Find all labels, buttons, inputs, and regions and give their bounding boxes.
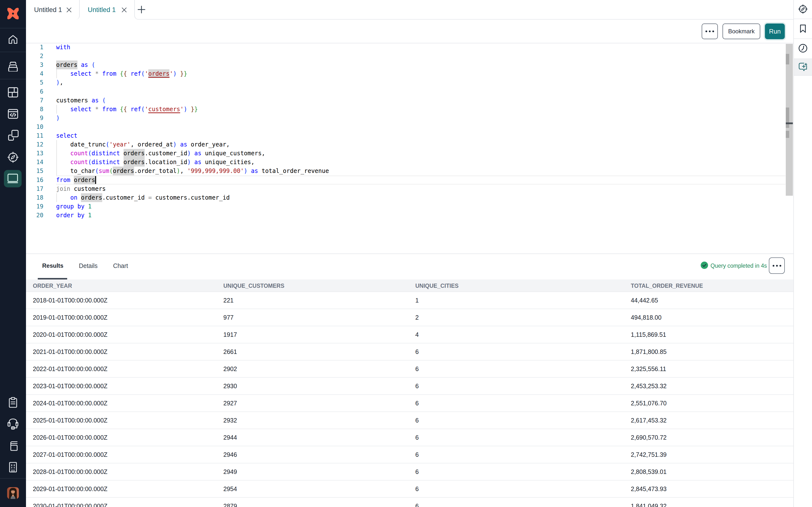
table-cell: 6 bbox=[415, 481, 419, 497]
code-line-19[interactable]: 19group by 1 bbox=[26, 202, 793, 211]
code-line-18[interactable]: 18 on orders.customer_id = customers.cus… bbox=[26, 193, 793, 202]
code-line-4[interactable]: 4 select * from {{ ref('orders') }} bbox=[26, 69, 793, 78]
results-more-options-button[interactable] bbox=[769, 258, 785, 274]
table-cell: 2019-01-01T00:00:00.000Z bbox=[33, 309, 107, 326]
sidebar-item-home[interactable] bbox=[0, 34, 26, 46]
tab-close-icon[interactable] bbox=[121, 7, 127, 13]
clipboard-icon bbox=[8, 397, 18, 408]
table-cell: 1917 bbox=[223, 326, 237, 343]
code-text: date_trunc('year', ordered_at) as order_… bbox=[56, 140, 230, 149]
line-number: 19 bbox=[26, 202, 43, 211]
line-number: 11 bbox=[26, 131, 43, 140]
right-sidebar-item-history[interactable] bbox=[794, 43, 812, 55]
sql-code-editor[interactable]: 1with23orders as (4 select * from {{ ref… bbox=[26, 43, 793, 253]
table-cell: 2902 bbox=[223, 360, 237, 377]
code-line-5[interactable]: 5), bbox=[26, 78, 793, 87]
table-row: 2027-01-01T00:00:00.000Z294662,742,751.3… bbox=[26, 446, 793, 463]
table-cell: 2661 bbox=[223, 343, 237, 360]
sidebar-item-organization[interactable] bbox=[0, 461, 26, 473]
editor-tabbar: Untitled 1 Untitled 1 bbox=[26, 0, 793, 19]
code-text: join customers bbox=[56, 184, 106, 193]
table-cell: 2,617,453.32 bbox=[631, 412, 667, 429]
sidebar-item-docs[interactable] bbox=[0, 440, 26, 451]
laptop-icon bbox=[7, 173, 18, 185]
query-status-text: Query completed in 4s bbox=[711, 263, 767, 269]
code-line-7[interactable]: 7customers as ( bbox=[26, 96, 793, 105]
code-line-9[interactable]: 9) bbox=[26, 114, 793, 122]
code-line-3[interactable]: 3orders as ( bbox=[26, 60, 793, 69]
indent-guide bbox=[56, 193, 57, 202]
tabbar-spacer bbox=[134, 0, 793, 19]
code-text: on orders.customer_id = customers.custom… bbox=[56, 193, 230, 202]
line-number: 9 bbox=[26, 114, 43, 122]
table-cell: 2,690,570.72 bbox=[631, 429, 667, 446]
user-avatar[interactable] bbox=[7, 487, 19, 499]
left-sidebar bbox=[0, 0, 26, 507]
table-cell: 2024-01-01T00:00:00.000Z bbox=[33, 395, 107, 411]
sidebar-item-tasks[interactable] bbox=[0, 397, 26, 408]
right-sidebar-item-bookmarks[interactable] bbox=[794, 23, 812, 35]
line-number: 3 bbox=[26, 60, 43, 69]
right-sidebar-item-copilot[interactable] bbox=[794, 61, 812, 73]
column-header-total_order_revenue: TOTAL_ORDER_REVENUE bbox=[631, 282, 703, 290]
run-button[interactable]: Run bbox=[765, 23, 785, 39]
sidebar-divider bbox=[0, 28, 26, 29]
table-cell: 2,808,539.01 bbox=[631, 463, 667, 480]
tab-untitled-1[interactable]: Untitled 1 bbox=[26, 0, 80, 19]
table-row: 2025-01-01T00:00:00.000Z293262,617,453.3… bbox=[26, 412, 793, 429]
code-line-16[interactable]: 16from orders bbox=[26, 176, 793, 184]
sidebar-item-explore[interactable] bbox=[0, 151, 26, 163]
tab-untitled-2-active[interactable]: Untitled 1 bbox=[80, 0, 134, 19]
code-line-14[interactable]: 14 count(distinct orders.location_id) as… bbox=[26, 158, 793, 167]
tab-close-icon[interactable] bbox=[66, 7, 72, 13]
table-cell: 2029-01-01T00:00:00.000Z bbox=[33, 481, 107, 497]
results-tab-results[interactable]: Results bbox=[38, 254, 68, 278]
table-cell: 1,871,800.85 bbox=[631, 343, 667, 360]
code-line-20[interactable]: 20order by 1 bbox=[26, 211, 793, 220]
code-line-2[interactable]: 2 bbox=[26, 52, 793, 60]
tab-label: Untitled 1 bbox=[34, 6, 62, 14]
code-line-17[interactable]: 17join customers bbox=[26, 184, 793, 193]
sidebar-item-studio-active[interactable] bbox=[4, 170, 21, 187]
table-cell: 6 bbox=[415, 378, 419, 394]
table-cell: 6 bbox=[415, 412, 419, 429]
code-line-8[interactable]: 8 select * from {{ ref('customers') }} bbox=[26, 105, 793, 114]
editor-more-options-button[interactable] bbox=[702, 23, 718, 39]
right-sidebar-divider bbox=[794, 19, 812, 19]
main-area: Untitled 1 Untitled 1 Bookmark Run 1with… bbox=[26, 0, 793, 507]
sidebar-item-catalog[interactable] bbox=[0, 60, 26, 71]
code-line-1[interactable]: 1with bbox=[26, 43, 793, 52]
table-cell: 221 bbox=[223, 292, 234, 308]
code-line-12[interactable]: 12 date_trunc('year', ordered_at) as ord… bbox=[26, 140, 793, 149]
code-text: group by 1 bbox=[56, 202, 92, 211]
sidebar-item-dashboard[interactable] bbox=[0, 87, 26, 98]
right-sidebar-item-explore[interactable] bbox=[794, 4, 812, 15]
sidebar-item-code-editor[interactable] bbox=[0, 108, 26, 120]
code-line-15[interactable]: 15 to_char(sum(orders.order_total), '999… bbox=[26, 167, 793, 175]
table-row: 2028-01-01T00:00:00.000Z294962,808,539.0… bbox=[26, 463, 793, 481]
code-text: customers as ( bbox=[56, 96, 106, 105]
table-cell: 2,845,473.93 bbox=[631, 481, 667, 497]
sidebar-item-support[interactable] bbox=[0, 418, 26, 430]
table-cell: 2,551,076.70 bbox=[631, 395, 667, 411]
table-row: 2029-01-01T00:00:00.000Z295462,845,473.9… bbox=[26, 481, 793, 498]
results-tab-chart[interactable]: Chart bbox=[109, 254, 133, 278]
new-tab-button[interactable] bbox=[136, 4, 147, 15]
table-cell: 6 bbox=[415, 498, 419, 507]
code-text: ), bbox=[56, 78, 63, 87]
results-table-body: 2018-01-01T00:00:00.000Z221144,442.65201… bbox=[26, 292, 793, 507]
table-cell: 2025-01-01T00:00:00.000Z bbox=[33, 412, 107, 429]
dbt-logo[interactable] bbox=[0, 3, 26, 23]
code-line-13[interactable]: 13 count(distinct orders.customer_id) as… bbox=[26, 149, 793, 158]
code-line-6[interactable]: 6 bbox=[26, 87, 793, 96]
bookmark-button[interactable]: Bookmark bbox=[722, 23, 760, 39]
table-cell: 6 bbox=[415, 446, 419, 463]
sidebar-item-windows[interactable] bbox=[0, 130, 26, 141]
line-number: 15 bbox=[26, 167, 43, 175]
line-number: 12 bbox=[26, 140, 43, 149]
code-line-11[interactable]: 11select bbox=[26, 131, 793, 140]
tab-label: Untitled 1 bbox=[88, 6, 116, 14]
results-tab-details[interactable]: Details bbox=[74, 254, 102, 278]
line-number: 6 bbox=[26, 87, 43, 96]
code-line-10[interactable]: 10 bbox=[26, 122, 793, 131]
